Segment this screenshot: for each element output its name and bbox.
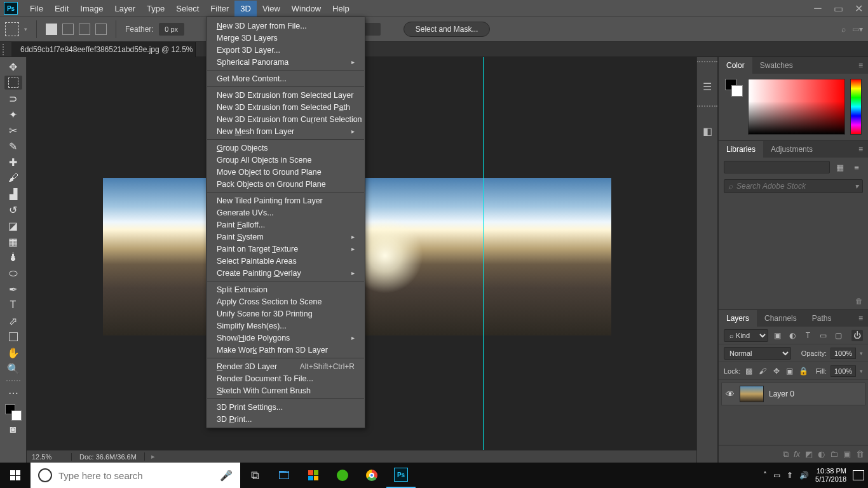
document-tab[interactable]: 6dd59cb1f7e848eeffef386521abd59e.jpg @ 1… — [11, 42, 196, 57]
menu-help[interactable]: Help — [327, 1, 355, 17]
panel-menu-icon[interactable]: ≡ — [858, 145, 863, 154]
search-icon[interactable]: ⌕ — [841, 25, 846, 34]
hue-slider[interactable] — [850, 79, 862, 135]
selection-intersect-icon[interactable] — [95, 24, 107, 35]
menu-item[interactable]: New Mesh from Layer — [207, 125, 365, 137]
battery-icon[interactable]: ▭ — [773, 471, 780, 480]
tab-adjustments[interactable]: Adjustments — [763, 141, 820, 158]
menu-item[interactable]: New 3D Layer from File... — [207, 20, 365, 32]
menu-item[interactable]: Make Work Path from 3D Layer — [207, 344, 365, 356]
layer-row[interactable]: 👁 Layer 0 — [721, 383, 865, 405]
workspace-icon[interactable]: ▭▾ — [852, 25, 863, 34]
selection-subtract-icon[interactable] — [79, 24, 90, 35]
layer-name[interactable]: Layer 0 — [769, 390, 794, 398]
filter-shape-icon[interactable]: ▭ — [817, 330, 829, 341]
pen-tool[interactable]: ✒ — [4, 282, 22, 296]
eraser-tool[interactable]: ◪ — [4, 219, 22, 233]
menu-image[interactable]: Image — [74, 1, 109, 17]
menu-item[interactable]: Sketch With Current Brush — [207, 384, 365, 396]
type-tool[interactable]: T — [4, 298, 22, 312]
hand-tool[interactable]: ✋ — [4, 346, 22, 360]
properties-panel-icon[interactable]: ◧ — [701, 125, 714, 137]
zoom-level[interactable]: 12.5% — [27, 453, 71, 461]
library-picker[interactable] — [724, 161, 830, 173]
clock[interactable]: 10:38 PM 5/17/2018 — [815, 467, 846, 484]
tool-preset-icon[interactable] — [5, 22, 19, 36]
new-layer-icon[interactable]: ▣ — [843, 449, 851, 459]
menu-item[interactable]: Paint Falloff... — [207, 219, 365, 231]
menu-item[interactable]: New 3D Extrusion from Selected Layer — [207, 89, 365, 101]
lasso-tool[interactable]: ⊃ — [4, 92, 22, 105]
doc-info-arrow-icon[interactable]: ▸ — [144, 452, 161, 461]
menu-type[interactable]: Type — [141, 1, 170, 17]
panel-menu-icon[interactable]: ≡ — [858, 314, 863, 323]
foreground-background-colors[interactable] — [5, 404, 22, 421]
stamp-tool[interactable]: ▟ — [4, 187, 22, 201]
taskbar-search[interactable]: 🎤 — [31, 463, 240, 488]
feather-input[interactable] — [159, 23, 184, 36]
chrome-icon[interactable] — [357, 463, 386, 488]
tab-libraries[interactable]: Libraries — [719, 141, 763, 158]
adjustment-layer-icon[interactable]: ◐ — [818, 449, 825, 459]
selection-add-icon[interactable] — [62, 24, 74, 35]
menu-item[interactable]: Create Painting Overlay — [207, 267, 365, 279]
fx-icon[interactable]: fx — [794, 449, 800, 459]
group-icon[interactable]: 🗀 — [830, 449, 838, 459]
filter-toggle[interactable]: ⏻ — [851, 330, 863, 341]
menu-edit[interactable]: Edit — [49, 1, 74, 17]
menu-item[interactable]: Split Extrusion — [207, 283, 365, 295]
library-search[interactable]: ⌕ Search Adobe Stock ▾ — [724, 179, 863, 193]
menu-file[interactable]: File — [24, 1, 49, 17]
lock-artboard-icon[interactable]: ▣ — [785, 365, 794, 377]
blend-mode-select[interactable]: Normal — [724, 347, 791, 360]
menu-item[interactable]: Paint System — [207, 231, 365, 243]
menu-item[interactable]: Get More Content... — [207, 72, 365, 85]
color-spectrum[interactable] — [748, 79, 845, 135]
menu-item[interactable]: New 3D Extrusion from Selected Path — [207, 101, 365, 113]
trash-icon[interactable]: 🗑 — [855, 297, 863, 306]
tab-layers[interactable]: Layers — [719, 310, 757, 327]
menu-item[interactable]: Render Document To File... — [207, 372, 365, 384]
menu-item[interactable]: Move Object to Ground Plane — [207, 166, 365, 178]
quick-mask-toggle[interactable]: ◙ — [4, 423, 22, 437]
color-swatches[interactable] — [725, 79, 743, 97]
menu-item[interactable]: 3D Print... — [207, 413, 365, 425]
menu-item[interactable]: Show/Hide Polygons — [207, 332, 365, 344]
menu-3d[interactable]: 3D — [234, 1, 257, 17]
app-icon-2[interactable] — [299, 463, 328, 488]
menu-item[interactable]: Merge 3D Layers — [207, 32, 365, 44]
photoshop-taskbar-icon[interactable]: Ps — [386, 463, 416, 488]
wifi-icon[interactable]: ⇑ — [787, 471, 793, 480]
mic-icon[interactable]: 🎤 — [220, 470, 233, 482]
menu-item[interactable]: New Tiled Painting from Layer — [207, 194, 365, 207]
menu-item[interactable]: Export 3D Layer... — [207, 44, 365, 56]
menu-item[interactable]: Render 3D LayerAlt+Shift+Ctrl+R — [207, 360, 365, 372]
lock-position-icon[interactable]: ✥ — [771, 365, 781, 377]
brush-tool[interactable]: 🖌 — [4, 171, 22, 185]
tab-swatches[interactable]: Swatches — [752, 57, 801, 74]
marquee-tool[interactable] — [4, 76, 22, 90]
eyedropper-tool[interactable]: ✎ — [4, 139, 22, 153]
menu-filter[interactable]: Filter — [205, 1, 234, 17]
crop-tool[interactable]: ✂ — [4, 123, 22, 137]
move-tool[interactable]: ✥ — [4, 60, 22, 74]
history-brush-tool[interactable]: ↺ — [4, 203, 22, 217]
dodge-tool[interactable]: ⬭ — [4, 266, 22, 280]
menu-item[interactable]: Paint on Target Texture — [207, 243, 365, 255]
menu-item[interactable]: New 3D Extrusion from Current Selection — [207, 113, 365, 125]
doc-info[interactable]: Doc: 36.6M/36.6M — [71, 453, 144, 461]
blur-tool[interactable]: 🌢 — [4, 250, 22, 264]
menu-item[interactable]: Generate UVs... — [207, 207, 365, 219]
filter-pixel-icon[interactable]: ▣ — [772, 330, 783, 341]
healing-tool[interactable]: ✚ — [4, 155, 22, 169]
guide-vertical[interactable] — [483, 57, 484, 463]
visibility-icon[interactable]: 👁 — [726, 389, 735, 399]
history-panel-icon[interactable]: ☰ — [701, 80, 714, 93]
app-icon-3[interactable] — [328, 463, 357, 488]
trash-icon[interactable]: 🗑 — [856, 449, 864, 459]
dock-grip-icon[interactable] — [697, 105, 717, 112]
menu-item[interactable]: Group All Objects in Scene — [207, 154, 365, 166]
menu-view[interactable]: View — [257, 1, 286, 17]
filter-adjust-icon[interactable]: ◐ — [787, 330, 799, 341]
lock-all-icon[interactable]: 🔒 — [799, 365, 808, 377]
